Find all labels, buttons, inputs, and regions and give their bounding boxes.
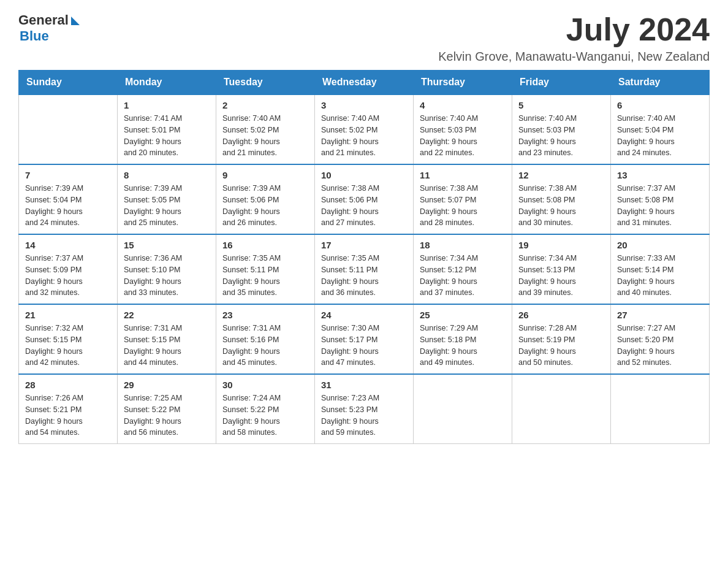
- calendar-cell: 5Sunrise: 7:40 AMSunset: 5:03 PMDaylight…: [512, 94, 611, 164]
- day-info: Sunrise: 7:40 AMSunset: 5:03 PMDaylight:…: [518, 113, 604, 159]
- calendar-cell: 19Sunrise: 7:34 AMSunset: 5:13 PMDayligh…: [512, 234, 611, 304]
- day-number: 29: [124, 380, 210, 390]
- week-row-5: 28Sunrise: 7:26 AMSunset: 5:21 PMDayligh…: [19, 374, 710, 444]
- day-info: Sunrise: 7:28 AMSunset: 5:19 PMDaylight:…: [518, 323, 604, 369]
- day-info: Sunrise: 7:38 AMSunset: 5:06 PMDaylight:…: [321, 183, 407, 229]
- day-number: 14: [25, 240, 111, 250]
- day-number: 1: [124, 100, 210, 110]
- day-number: 6: [617, 100, 703, 110]
- calendar-cell: 16Sunrise: 7:35 AMSunset: 5:11 PMDayligh…: [216, 234, 315, 304]
- day-number: 4: [420, 100, 506, 110]
- day-info: Sunrise: 7:41 AMSunset: 5:01 PMDaylight:…: [124, 113, 210, 159]
- calendar-cell: 10Sunrise: 7:38 AMSunset: 5:06 PMDayligh…: [315, 164, 414, 234]
- week-row-1: 1Sunrise: 7:41 AMSunset: 5:01 PMDaylight…: [19, 94, 710, 164]
- day-info: Sunrise: 7:40 AMSunset: 5:04 PMDaylight:…: [617, 113, 703, 159]
- day-number: 16: [222, 240, 308, 250]
- day-info: Sunrise: 7:30 AMSunset: 5:17 PMDaylight:…: [321, 323, 407, 369]
- day-number: 13: [617, 170, 703, 180]
- week-row-4: 21Sunrise: 7:32 AMSunset: 5:15 PMDayligh…: [19, 304, 710, 374]
- day-info: Sunrise: 7:24 AMSunset: 5:22 PMDaylight:…: [222, 393, 308, 439]
- day-info: Sunrise: 7:37 AMSunset: 5:08 PMDaylight:…: [617, 183, 703, 229]
- calendar-cell: 14Sunrise: 7:37 AMSunset: 5:09 PMDayligh…: [19, 234, 118, 304]
- day-number: 5: [518, 100, 604, 110]
- calendar-cell: 11Sunrise: 7:38 AMSunset: 5:07 PMDayligh…: [414, 164, 512, 234]
- location-text: Kelvin Grove, Manawatu-Wanganui, New Zea…: [438, 50, 710, 64]
- header-wednesday: Wednesday: [315, 71, 414, 95]
- title-section: July 2024 Kelvin Grove, Manawatu-Wanganu…: [438, 12, 710, 64]
- logo-general-text: General: [18, 12, 69, 28]
- day-number: 9: [222, 170, 308, 180]
- week-row-2: 7Sunrise: 7:39 AMSunset: 5:04 PMDaylight…: [19, 164, 710, 234]
- day-info: Sunrise: 7:38 AMSunset: 5:08 PMDaylight:…: [518, 183, 604, 229]
- day-number: 2: [222, 100, 308, 110]
- day-info: Sunrise: 7:23 AMSunset: 5:23 PMDaylight:…: [321, 393, 407, 439]
- day-info: Sunrise: 7:40 AMSunset: 5:02 PMDaylight:…: [321, 113, 407, 159]
- calendar-cell: 6Sunrise: 7:40 AMSunset: 5:04 PMDaylight…: [611, 94, 710, 164]
- day-number: 18: [420, 240, 506, 250]
- calendar-cell: 1Sunrise: 7:41 AMSunset: 5:01 PMDaylight…: [118, 94, 216, 164]
- day-number: 3: [321, 100, 407, 110]
- day-number: 19: [518, 240, 604, 250]
- day-info: Sunrise: 7:31 AMSunset: 5:16 PMDaylight:…: [222, 323, 308, 369]
- header-thursday: Thursday: [414, 71, 512, 95]
- day-info: Sunrise: 7:26 AMSunset: 5:21 PMDaylight:…: [25, 393, 111, 439]
- header-friday: Friday: [512, 71, 611, 95]
- calendar-cell: 21Sunrise: 7:32 AMSunset: 5:15 PMDayligh…: [19, 304, 118, 374]
- logo-blue-text: Blue: [20, 28, 49, 44]
- day-number: 11: [420, 170, 506, 180]
- day-number: 30: [222, 380, 308, 390]
- day-info: Sunrise: 7:34 AMSunset: 5:13 PMDaylight:…: [518, 253, 604, 299]
- day-number: 10: [321, 170, 407, 180]
- day-number: 24: [321, 310, 407, 320]
- calendar-cell: [512, 374, 611, 444]
- day-info: Sunrise: 7:34 AMSunset: 5:12 PMDaylight:…: [420, 253, 506, 299]
- day-number: 12: [518, 170, 604, 180]
- header-monday: Monday: [118, 71, 216, 95]
- day-number: 15: [124, 240, 210, 250]
- calendar-cell: 17Sunrise: 7:35 AMSunset: 5:11 PMDayligh…: [315, 234, 414, 304]
- header-sunday: Sunday: [19, 71, 118, 95]
- day-number: 31: [321, 380, 407, 390]
- calendar-cell: 2Sunrise: 7:40 AMSunset: 5:02 PMDaylight…: [216, 94, 315, 164]
- day-info: Sunrise: 7:38 AMSunset: 5:07 PMDaylight:…: [420, 183, 506, 229]
- day-info: Sunrise: 7:35 AMSunset: 5:11 PMDaylight:…: [222, 253, 308, 299]
- day-number: 23: [222, 310, 308, 320]
- day-number: 8: [124, 170, 210, 180]
- day-number: 27: [617, 310, 703, 320]
- calendar-cell: 22Sunrise: 7:31 AMSunset: 5:15 PMDayligh…: [118, 304, 216, 374]
- days-of-week-row: SundayMondayTuesdayWednesdayThursdayFrid…: [19, 71, 710, 95]
- calendar-cell: 20Sunrise: 7:33 AMSunset: 5:14 PMDayligh…: [611, 234, 710, 304]
- calendar-cell: 23Sunrise: 7:31 AMSunset: 5:16 PMDayligh…: [216, 304, 315, 374]
- day-info: Sunrise: 7:36 AMSunset: 5:10 PMDaylight:…: [124, 253, 210, 299]
- calendar-cell: 3Sunrise: 7:40 AMSunset: 5:02 PMDaylight…: [315, 94, 414, 164]
- day-number: 26: [518, 310, 604, 320]
- day-info: Sunrise: 7:33 AMSunset: 5:14 PMDaylight:…: [617, 253, 703, 299]
- calendar-body: 1Sunrise: 7:41 AMSunset: 5:01 PMDaylight…: [19, 94, 710, 444]
- logo: General Blue: [18, 12, 80, 44]
- day-number: 7: [25, 170, 111, 180]
- header-tuesday: Tuesday: [216, 71, 315, 95]
- calendar-cell: 24Sunrise: 7:30 AMSunset: 5:17 PMDayligh…: [315, 304, 414, 374]
- header-saturday: Saturday: [611, 71, 710, 95]
- calendar-cell: 26Sunrise: 7:28 AMSunset: 5:19 PMDayligh…: [512, 304, 611, 374]
- calendar-cell: 8Sunrise: 7:39 AMSunset: 5:05 PMDaylight…: [118, 164, 216, 234]
- day-info: Sunrise: 7:39 AMSunset: 5:05 PMDaylight:…: [124, 183, 210, 229]
- day-number: 22: [124, 310, 210, 320]
- calendar-cell: [611, 374, 710, 444]
- day-number: 25: [420, 310, 506, 320]
- calendar-cell: 27Sunrise: 7:27 AMSunset: 5:20 PMDayligh…: [611, 304, 710, 374]
- calendar-cell: 28Sunrise: 7:26 AMSunset: 5:21 PMDayligh…: [19, 374, 118, 444]
- day-number: 17: [321, 240, 407, 250]
- day-number: 20: [617, 240, 703, 250]
- day-info: Sunrise: 7:29 AMSunset: 5:18 PMDaylight:…: [420, 323, 506, 369]
- day-info: Sunrise: 7:39 AMSunset: 5:06 PMDaylight:…: [222, 183, 308, 229]
- day-info: Sunrise: 7:37 AMSunset: 5:09 PMDaylight:…: [25, 253, 111, 299]
- week-row-3: 14Sunrise: 7:37 AMSunset: 5:09 PMDayligh…: [19, 234, 710, 304]
- day-number: 28: [25, 380, 111, 390]
- calendar-cell: 29Sunrise: 7:25 AMSunset: 5:22 PMDayligh…: [118, 374, 216, 444]
- day-info: Sunrise: 7:27 AMSunset: 5:20 PMDaylight:…: [617, 323, 703, 369]
- calendar-cell: 18Sunrise: 7:34 AMSunset: 5:12 PMDayligh…: [414, 234, 512, 304]
- calendar-cell: 15Sunrise: 7:36 AMSunset: 5:10 PMDayligh…: [118, 234, 216, 304]
- day-info: Sunrise: 7:39 AMSunset: 5:04 PMDaylight:…: [25, 183, 111, 229]
- calendar-cell: 13Sunrise: 7:37 AMSunset: 5:08 PMDayligh…: [611, 164, 710, 234]
